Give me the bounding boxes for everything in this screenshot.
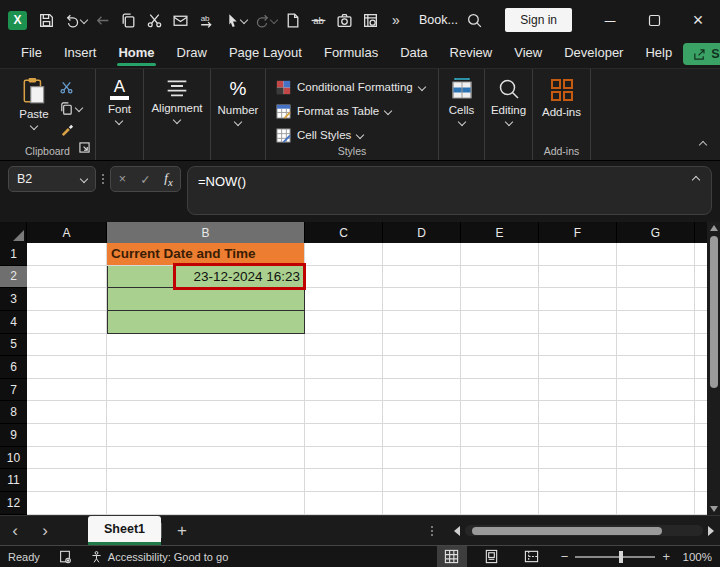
cell-F2[interactable]: [539, 266, 617, 289]
cell-A8[interactable]: [27, 401, 107, 424]
add-sheet-button[interactable]: +: [162, 516, 202, 545]
cell-F1[interactable]: [539, 243, 617, 266]
cell-C9[interactable]: [305, 424, 383, 447]
font-menu-button[interactable]: A Font: [102, 75, 137, 126]
clipboard-dialog-launcher[interactable]: [79, 139, 90, 157]
save-button[interactable]: [33, 7, 59, 33]
vertical-scroll-thumb[interactable]: [710, 236, 718, 388]
cell-A9[interactable]: [27, 424, 107, 447]
cell-styles-button[interactable]: Cell Styles: [276, 123, 363, 147]
cell-D10[interactable]: [383, 447, 461, 470]
column-header-partial[interactable]: [695, 222, 707, 243]
cell-C7[interactable]: [305, 379, 383, 402]
cell-A4[interactable]: [27, 311, 107, 334]
page-layout-view-button[interactable]: [477, 546, 507, 567]
font-dropdown-chevron[interactable]: [115, 117, 123, 125]
share-button[interactable]: Share: [683, 43, 720, 65]
tab-page-layout[interactable]: Page Layout: [218, 41, 313, 67]
cell-D1[interactable]: [383, 243, 461, 266]
zoom-slider-thumb[interactable]: [619, 551, 623, 563]
cell-F5[interactable]: [539, 334, 617, 357]
sheet-tab-sheet1[interactable]: Sheet1: [88, 516, 161, 545]
cell-C8[interactable]: [305, 401, 383, 424]
cell-styles-chevron[interactable]: [356, 131, 364, 139]
cell-F4[interactable]: [539, 311, 617, 334]
cell-G2[interactable]: [617, 266, 695, 289]
cell-G4[interactable]: [617, 311, 695, 334]
back-button[interactable]: [89, 7, 115, 33]
cell-F11[interactable]: [539, 469, 617, 492]
cell-x5[interactable]: [695, 334, 707, 357]
row-header-7[interactable]: 7: [0, 379, 27, 402]
conditional-formatting-chevron[interactable]: [417, 83, 425, 91]
enter-formula-button[interactable]: ✓: [134, 172, 157, 187]
cell-B7[interactable]: [107, 379, 305, 402]
cell-D9[interactable]: [383, 424, 461, 447]
format-as-table-chevron[interactable]: [384, 107, 392, 115]
cell-B6[interactable]: [107, 356, 305, 379]
maximize-button[interactable]: [632, 0, 676, 40]
row-header-9[interactable]: 9: [0, 424, 27, 447]
sheet-bar-options[interactable]: [425, 516, 439, 546]
cell-D7[interactable]: [383, 379, 461, 402]
cell-G9[interactable]: [617, 424, 695, 447]
close-button[interactable]: ×: [676, 0, 720, 40]
cell-x12[interactable]: [695, 492, 707, 515]
cell-x10[interactable]: [695, 447, 707, 470]
cell-E10[interactable]: [461, 447, 539, 470]
column-header-D[interactable]: D: [383, 222, 461, 243]
conditional-formatting-button[interactable]: Conditional Formatting: [276, 75, 425, 99]
cell-A5[interactable]: [27, 334, 107, 357]
cell-G7[interactable]: [617, 379, 695, 402]
cell-A6[interactable]: [27, 356, 107, 379]
accessibility-status[interactable]: Accessibility: Good to go: [90, 550, 228, 564]
cell-E6[interactable]: [461, 356, 539, 379]
cell-x9[interactable]: [695, 424, 707, 447]
cell-D6[interactable]: [383, 356, 461, 379]
copy-dropdown-chevron[interactable]: [74, 104, 82, 112]
column-header-G[interactable]: G: [617, 222, 695, 243]
column-header-F[interactable]: F: [539, 222, 617, 243]
cell-C2[interactable]: [305, 266, 383, 289]
tab-draw[interactable]: Draw: [166, 41, 218, 67]
next-sheet-button[interactable]: ›: [30, 516, 60, 545]
scroll-down-arrow[interactable]: [710, 506, 718, 512]
tab-developer[interactable]: Developer: [553, 41, 634, 67]
cell-D2[interactable]: [383, 266, 461, 289]
alignment-menu-button[interactable]: Alignment: [145, 75, 208, 125]
cell-B10[interactable]: [107, 447, 305, 470]
cell-G12[interactable]: [617, 492, 695, 515]
cell-A10[interactable]: [27, 447, 107, 470]
cell-x7[interactable]: [695, 379, 707, 402]
tab-data[interactable]: Data: [389, 41, 438, 67]
editing-dropdown-chevron[interactable]: [504, 118, 512, 126]
cell-B5[interactable]: [107, 334, 305, 357]
column-header-C[interactable]: C: [305, 222, 383, 243]
macro-record-button[interactable]: [58, 550, 72, 564]
cell-F12[interactable]: [539, 492, 617, 515]
tab-home[interactable]: Home: [107, 41, 165, 67]
alignment-dropdown-chevron[interactable]: [173, 116, 181, 124]
cell-x2[interactable]: [695, 266, 707, 289]
collapse-formula-bar-chevron[interactable]: [692, 176, 700, 184]
name-box-dropdown-chevron[interactable]: [80, 175, 88, 183]
column-header-A[interactable]: A: [27, 222, 107, 243]
strikethrough-button[interactable]: ab: [305, 7, 331, 33]
cell-B8[interactable]: [107, 401, 305, 424]
copy-button[interactable]: [115, 7, 141, 33]
cell-F10[interactable]: [539, 447, 617, 470]
tab-insert[interactable]: Insert: [53, 41, 108, 67]
cell-x11[interactable]: [695, 469, 707, 492]
format-as-table-button[interactable]: Format as Table: [276, 99, 391, 123]
row-header-5[interactable]: 5: [0, 334, 27, 357]
cell-G11[interactable]: [617, 469, 695, 492]
qat-overflow-button[interactable]: »: [383, 7, 409, 33]
row-header-11[interactable]: 11: [0, 469, 27, 492]
cell-C11[interactable]: [305, 469, 383, 492]
horizontal-scrollbar[interactable]: [465, 525, 703, 536]
tab-review[interactable]: Review: [439, 41, 504, 67]
cell-B3[interactable]: [107, 288, 305, 311]
cell-C3[interactable]: [305, 288, 383, 311]
cell-C1[interactable]: [305, 243, 383, 266]
cell-B1[interactable]: Current Date and Time: [107, 243, 305, 266]
